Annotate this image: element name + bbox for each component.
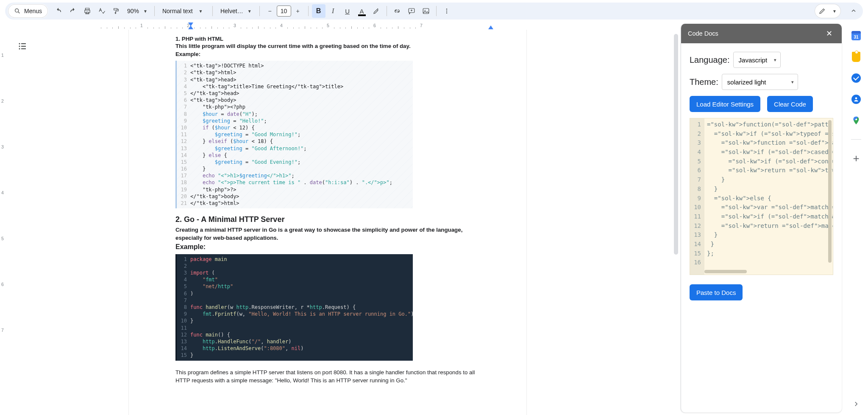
insert-image-button[interactable] xyxy=(419,4,433,18)
svg-rect-3 xyxy=(423,8,429,14)
side-rail: 31 + xyxy=(844,22,868,415)
vertical-scrollbar[interactable] xyxy=(673,30,679,415)
panel-title: Code Docs xyxy=(688,30,718,37)
svg-rect-13 xyxy=(21,48,26,49)
font-size-input[interactable]: 10 xyxy=(277,6,291,17)
decrease-font-button[interactable]: − xyxy=(263,4,277,18)
paragraph: Creating a minimal HTTP server in Go is … xyxy=(175,226,480,242)
left-indent-marker[interactable] xyxy=(188,25,193,29)
theme-label: Theme: xyxy=(690,77,718,87)
italic-button[interactable]: I xyxy=(326,4,340,18)
svg-point-8 xyxy=(19,43,20,45)
search-icon xyxy=(14,8,21,14)
editor-h-scrollbar[interactable] xyxy=(704,269,830,274)
example-label: Example: xyxy=(175,243,480,251)
document-page[interactable]: 1. PHP with HTML This little program wil… xyxy=(129,30,526,415)
add-comment-button[interactable] xyxy=(405,4,418,18)
increase-font-button[interactable]: + xyxy=(291,4,305,18)
caret-down-icon: ▼ xyxy=(829,9,840,14)
code-docs-panel: Code Docs ✕ Language: Javascript Theme: … xyxy=(681,24,842,412)
underline-button[interactable]: U xyxy=(341,4,354,18)
maps-app-icon[interactable] xyxy=(851,115,861,126)
caret-down-icon: ▼ xyxy=(199,9,203,14)
svg-rect-11 xyxy=(21,46,26,47)
paragraph: This little program will display the cur… xyxy=(175,42,480,50)
close-panel-button[interactable]: ✕ xyxy=(823,28,835,39)
highlight-color-button[interactable] xyxy=(370,4,383,18)
tasks-app-icon[interactable] xyxy=(851,73,861,83)
get-addons-button[interactable]: + xyxy=(851,153,861,163)
editing-mode-dropdown[interactable]: ▼ xyxy=(815,4,841,18)
svg-point-0 xyxy=(15,9,19,12)
heading-php: 1. PHP with HTML xyxy=(175,36,480,42)
svg-line-1 xyxy=(18,12,19,13)
menus-button[interactable]: Menus xyxy=(8,4,48,18)
editor-v-scrollbar[interactable] xyxy=(828,120,832,269)
keep-app-icon[interactable] xyxy=(851,52,861,62)
code-editor[interactable]: 1 2 3 4 5 6 7 8 9 10 11 12 13 14 15 16 =… xyxy=(690,118,833,275)
menus-label: Menus xyxy=(24,8,42,14)
example-label: Example: xyxy=(175,51,480,57)
insert-link-button[interactable] xyxy=(390,4,404,18)
svg-point-10 xyxy=(19,46,20,47)
zoom-dropdown[interactable]: 90%▼ xyxy=(124,8,151,14)
collapse-toolbar-button[interactable] xyxy=(846,3,861,19)
right-indent-marker[interactable] xyxy=(488,25,493,29)
load-settings-button[interactable]: Load Editor Settings xyxy=(690,96,760,112)
svg-point-7 xyxy=(446,12,447,13)
code-block-php: 1 2 3 4 5 6 7 8 9 10 11 12 13 14 15 16 1… xyxy=(175,61,413,208)
heading-go: 2. Go - A Minimal HTTP Server xyxy=(175,215,480,224)
hide-side-panel-button[interactable] xyxy=(851,399,861,409)
scrollbar-thumb[interactable] xyxy=(704,270,747,273)
text-color-button[interactable]: A xyxy=(355,4,369,18)
show-outline-button[interactable] xyxy=(15,39,30,53)
horizontal-ruler[interactable]: 1234567 xyxy=(22,22,676,30)
toolbar: Menus 90%▼ Normal text▼ Helvet…▼ − 10 + … xyxy=(0,0,868,22)
redo-button[interactable] xyxy=(66,4,80,18)
font-family-dropdown[interactable]: Helvet…▼ xyxy=(216,8,256,14)
document-area: 1234567 1234567 1. PHP with HTML This li… xyxy=(0,22,680,415)
calendar-app-icon[interactable]: 31 xyxy=(851,31,861,41)
language-label: Language: xyxy=(690,55,730,65)
more-tools-button[interactable] xyxy=(440,4,453,18)
scrollbar-thumb[interactable] xyxy=(828,120,832,263)
svg-point-5 xyxy=(446,8,447,9)
vertical-ruler[interactable]: 1234567 xyxy=(0,30,8,415)
clear-code-button[interactable]: Clear Code xyxy=(767,96,813,112)
language-select[interactable]: Javascript xyxy=(733,52,781,68)
svg-point-4 xyxy=(424,10,425,11)
paragraph: This program defines a simple HTTP serve… xyxy=(175,368,480,385)
undo-button[interactable] xyxy=(52,4,65,18)
contacts-app-icon[interactable] xyxy=(851,94,861,104)
theme-select[interactable]: solarized light xyxy=(722,74,798,90)
spellcheck-button[interactable] xyxy=(95,4,108,18)
paint-format-button[interactable] xyxy=(109,4,123,18)
print-button[interactable] xyxy=(81,4,94,18)
bold-button[interactable]: B xyxy=(312,4,326,18)
svg-rect-9 xyxy=(21,43,26,44)
paste-to-docs-button[interactable]: Paste to Docs xyxy=(690,284,743,300)
caret-down-icon: ▼ xyxy=(143,9,147,14)
caret-down-icon: ▼ xyxy=(248,9,252,14)
svg-point-12 xyxy=(19,48,20,50)
paragraph-style-dropdown[interactable]: Normal text▼ xyxy=(158,8,209,14)
svg-point-6 xyxy=(446,11,447,11)
svg-point-14 xyxy=(855,97,857,99)
scrollbar-thumb[interactable] xyxy=(674,34,678,255)
code-block-go: 1 2 3 4 5 6 7 8 9 10 11 12 13 14 15 pack… xyxy=(175,254,413,361)
